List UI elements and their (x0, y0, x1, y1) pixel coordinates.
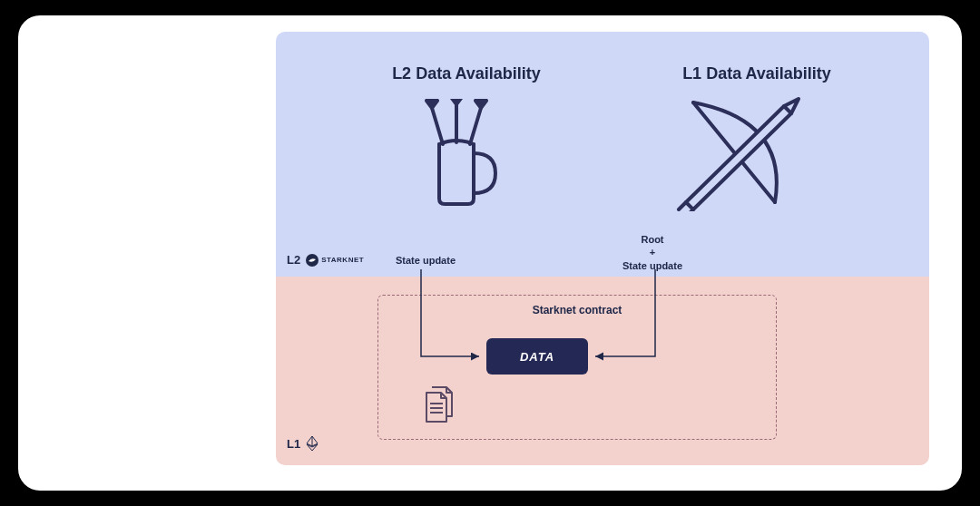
quiver-icon (403, 99, 521, 208)
edge-label-right: Root + State update (603, 233, 702, 272)
edge-label-left: State update (376, 254, 475, 267)
starknet-contract-label: Starknet contract (377, 304, 777, 316)
ethereum-icon (306, 436, 318, 451)
svg-line-0 (432, 108, 443, 144)
l2-layer-text: L2 (287, 253, 300, 267)
diagram-area: L2 Data Availability L1 Data Availabilit… (276, 32, 929, 465)
svg-line-4 (679, 202, 686, 209)
documents-icon (417, 384, 461, 427)
l2-layer-label: L2 STARKNET (287, 253, 364, 267)
l1-layer-text: L1 (287, 437, 300, 451)
l2-heading: L2 Data Availability (312, 64, 621, 83)
starknet-badge: STARKNET (306, 254, 364, 267)
starknet-icon (306, 254, 318, 267)
diagram-card: L2 Data Availability L1 Data Availabilit… (18, 15, 962, 491)
data-box-label: DATA (520, 350, 554, 364)
l1-heading: L1 Data Availability (621, 64, 893, 83)
starknet-text: STARKNET (321, 256, 364, 264)
bow-icon (666, 93, 820, 211)
l1-layer-label: L1 (287, 436, 318, 451)
svg-line-5 (686, 209, 693, 211)
data-box: DATA (486, 338, 588, 375)
svg-line-2 (470, 108, 481, 144)
